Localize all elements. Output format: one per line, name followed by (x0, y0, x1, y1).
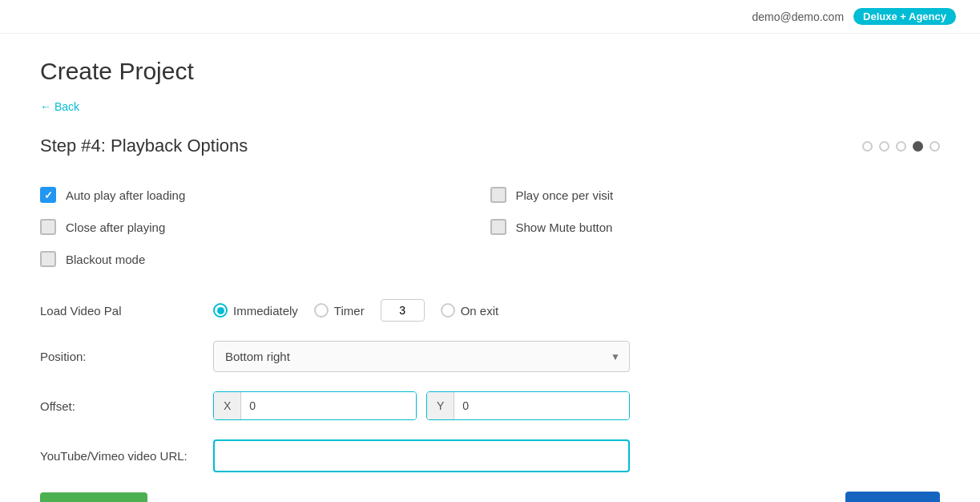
checkbox-close-after[interactable] (40, 219, 56, 235)
step-dot-3 (896, 141, 906, 152)
position-row: Position: Bottom right Bottom left Top r… (40, 341, 940, 372)
checkbox-play-once[interactable] (490, 187, 506, 203)
label-play-once: Play once per visit (516, 188, 614, 202)
label-auto-play: Auto play after loading (66, 188, 185, 202)
create-button[interactable]: ✓ Create (845, 492, 940, 502)
label-close-after: Close after playing (66, 221, 165, 234)
option-auto-play: Auto play after loading (40, 179, 490, 211)
checkbox-auto-play[interactable] (40, 187, 56, 203)
checkbox-blackout[interactable] (40, 251, 56, 267)
offset-x-label: X (214, 392, 241, 419)
previous-button[interactable]: ← Previous (40, 492, 147, 503)
video-url-input[interactable] (213, 439, 630, 472)
position-select-wrapper: Bottom right Bottom left Top right Top l… (213, 341, 630, 372)
video-url-row: YouTube/Vimeo video URL: (40, 439, 940, 472)
offset-group: X Y (213, 391, 630, 420)
step-dots (862, 141, 940, 152)
offset-y-input[interactable] (454, 392, 629, 419)
offset-label: Offset: (40, 399, 200, 413)
offset-row: Offset: X Y (40, 391, 940, 420)
option-close-after: Close after playing (40, 211, 490, 243)
position-label: Position: (40, 350, 200, 363)
user-email: demo@demo.com (752, 10, 844, 23)
step-dot-1 (862, 141, 873, 152)
label-show-mute: Show Mute button (516, 221, 613, 234)
options-col2: Play once per visit Show Mute button (490, 179, 941, 275)
step-header: Step #4: Playback Options (40, 136, 940, 156)
load-video-pal-row: Load Video Pal Immediately Timer On exit (40, 299, 940, 322)
back-link[interactable]: ← Back (40, 100, 79, 113)
checkbox-show-mute[interactable] (490, 219, 506, 235)
step-dot-4 (913, 141, 923, 152)
radio-timer[interactable]: Timer (314, 303, 365, 318)
option-blackout: Blackout mode (40, 243, 490, 275)
radio-immediately[interactable]: Immediately (213, 303, 298, 318)
load-video-pal-label: Load Video Pal (40, 304, 200, 318)
top-bar: demo@demo.com Deluxe + Agency (0, 0, 980, 34)
options-col1: Auto play after loading Close after play… (40, 179, 490, 275)
position-select[interactable]: Bottom right Bottom left Top right Top l… (213, 341, 630, 372)
step-dot-5 (930, 141, 940, 152)
options-grid: Auto play after loading Close after play… (40, 179, 940, 275)
step-title: Step #4: Playback Options (40, 136, 248, 156)
plan-badge: Deluxe + Agency (853, 8, 956, 25)
radio-circle-on-exit (441, 303, 455, 318)
video-url-label: YouTube/Vimeo video URL: (40, 449, 200, 463)
offset-x-input[interactable] (241, 392, 416, 419)
radio-on-exit[interactable]: On exit (441, 303, 499, 318)
option-play-once: Play once per visit (490, 179, 941, 211)
option-show-mute: Show Mute button (490, 211, 941, 243)
main-content: Create Project ← Back Step #4: Playback … (0, 34, 980, 502)
bottom-buttons: ← Previous ✓ Create (40, 492, 940, 502)
offset-y-label: Y (427, 392, 454, 419)
page-title: Create Project (40, 58, 940, 85)
timer-input[interactable] (381, 299, 425, 322)
label-blackout: Blackout mode (66, 253, 145, 266)
step-dot-2 (879, 141, 889, 152)
radio-label-on-exit: On exit (461, 304, 499, 318)
radio-label-immediately: Immediately (233, 304, 298, 318)
radio-label-timer: Timer (334, 304, 365, 318)
load-video-pal-radio-group: Immediately Timer On exit (213, 299, 498, 322)
offset-x-field: X (213, 391, 417, 420)
radio-circle-immediately (213, 303, 228, 318)
radio-circle-timer (314, 303, 329, 318)
offset-y-field: Y (426, 391, 630, 420)
